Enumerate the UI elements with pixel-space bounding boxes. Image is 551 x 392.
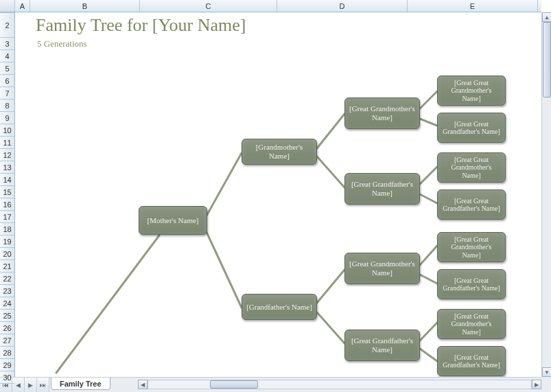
column-header-E[interactable]: E bbox=[408, 0, 538, 12]
node-label: [Great Great Grandmother's Name] bbox=[442, 235, 501, 260]
scroll-left-button[interactable]: ◀ bbox=[138, 380, 148, 389]
node-label: [Mother's Name] bbox=[148, 216, 199, 225]
row-header-27[interactable]: 27 bbox=[0, 334, 14, 347]
row-header-6[interactable]: 6 bbox=[0, 75, 14, 87]
scroll-up-button[interactable]: ▲ bbox=[542, 12, 551, 22]
horizontal-scroll-thumb[interactable] bbox=[210, 380, 258, 389]
node-label: [Great Great Grandfather's Name] bbox=[442, 277, 501, 292]
row-header-30[interactable]: 30 bbox=[0, 371, 14, 384]
node-gg-grandfather-3[interactable]: [Great Great Grandfather's Name] bbox=[437, 269, 506, 299]
column-header-A[interactable]: A bbox=[15, 0, 30, 12]
row-header-23[interactable]: 23 bbox=[0, 285, 14, 297]
sheet-footer: ⏮ ◀ ▶ ⏭ Family Tree ◀ ▶ bbox=[0, 377, 551, 392]
node-label: [Great Great Grandfather's Name] bbox=[442, 197, 501, 213]
tab-nav-next[interactable]: ▶ bbox=[25, 378, 37, 392]
scroll-down-button[interactable]: ▼ bbox=[542, 367, 551, 377]
row-header-3[interactable]: 3 bbox=[0, 38, 14, 50]
row-header-14[interactable]: 14 bbox=[0, 174, 14, 186]
row-header-13[interactable]: 13 bbox=[0, 161, 14, 174]
sheet-tab-label: Family Tree bbox=[60, 380, 102, 388]
node-mother[interactable]: [Mother's Name] bbox=[139, 206, 207, 235]
node-grandmother[interactable]: [Grandmother's Name] bbox=[242, 139, 317, 165]
row-header-25[interactable]: 25 bbox=[0, 310, 14, 322]
node-great-grandmother-2[interactable]: [Great Grandmother's Name] bbox=[344, 253, 420, 284]
row-header-26[interactable]: 26 bbox=[0, 322, 14, 334]
column-header-C[interactable]: C bbox=[140, 0, 277, 12]
node-label: [Great Grandmother's Name] bbox=[349, 260, 415, 277]
scroll-right-button[interactable]: ▶ bbox=[532, 380, 541, 389]
row-header-19[interactable]: 19 bbox=[0, 235, 14, 248]
node-label: [Grandfather's Name] bbox=[246, 303, 312, 312]
column-header-D[interactable]: D bbox=[277, 0, 408, 12]
node-label: [Great Great Grandmother's Name] bbox=[442, 312, 501, 336]
node-label: [Great Great Grandfather's Name] bbox=[442, 120, 501, 136]
row-header-29[interactable]: 29 bbox=[0, 359, 14, 371]
node-gg-grandmother-4[interactable]: [Great Great Grandmother's Name] bbox=[437, 309, 506, 339]
row-header-20[interactable]: 20 bbox=[0, 248, 14, 260]
node-great-grandfather-2[interactable]: [Great Grandfather's Name] bbox=[344, 330, 420, 361]
node-gg-grandfather-4[interactable]: [Great Great Grandfather's Name] bbox=[437, 346, 506, 376]
row-header-4[interactable]: 4 bbox=[0, 50, 14, 62]
row-header-7[interactable]: 7 bbox=[0, 87, 14, 100]
row-header-9[interactable]: 9 bbox=[0, 112, 14, 124]
row-header-10[interactable]: 10 bbox=[0, 124, 14, 137]
horizontal-scrollbar[interactable]: ◀ ▶ bbox=[138, 378, 551, 392]
node-gg-grandfather-1[interactable]: [Great Great Grandfather's Name] bbox=[437, 113, 506, 143]
node-label: [Great Great Grandmother's Name] bbox=[442, 79, 501, 103]
select-all-corner[interactable] bbox=[0, 0, 15, 12]
row-header-24[interactable]: 24 bbox=[0, 297, 14, 310]
node-gg-grandfather-2[interactable]: [Great Great Grandfather's Name] bbox=[437, 189, 506, 220]
page-title: Family Tree for [Your Name] bbox=[36, 15, 246, 36]
row-header-18[interactable]: 18 bbox=[0, 223, 14, 235]
node-label: [Great Great Grandmother's Name] bbox=[442, 156, 501, 180]
node-label: [Great Grandfather's Name] bbox=[349, 336, 415, 354]
vertical-scroll-thumb[interactable] bbox=[543, 22, 551, 97]
row-headers: 2345678910111213141516171819202122232425… bbox=[0, 12, 15, 377]
node-label: [Great Grandmother's Name] bbox=[349, 104, 415, 122]
node-label: [Great Grandfather's Name] bbox=[349, 180, 415, 197]
row-header-28[interactable]: 28 bbox=[0, 347, 14, 359]
worksheet-canvas[interactable]: Family Tree for [Your Name] 5 Generation… bbox=[15, 12, 541, 377]
vertical-scrollbar[interactable]: ▲ ▼ bbox=[541, 12, 551, 377]
row-header-8[interactable]: 8 bbox=[0, 100, 14, 112]
resize-grip[interactable] bbox=[541, 377, 551, 392]
node-label: [Great Great Grandfather's Name] bbox=[442, 354, 501, 369]
node-gg-grandmother-1[interactable]: [Great Great Grandmother's Name] bbox=[437, 76, 506, 106]
row-header-17[interactable]: 17 bbox=[0, 211, 14, 223]
row-header-16[interactable]: 16 bbox=[0, 198, 14, 211]
node-great-grandfather-1[interactable]: [Great Grandfather's Name] bbox=[344, 173, 420, 205]
row-header-12[interactable]: 12 bbox=[0, 149, 14, 161]
row-header-5[interactable]: 5 bbox=[0, 62, 14, 75]
node-label: [Grandmother's Name] bbox=[246, 143, 312, 160]
page-subtitle: 5 Generations bbox=[37, 38, 87, 49]
column-header-B[interactable]: B bbox=[30, 0, 140, 12]
node-great-grandmother-1[interactable]: [Great Grandmother's Name] bbox=[344, 97, 420, 129]
sheet-tab-active[interactable]: Family Tree bbox=[51, 378, 110, 390]
row-header-22[interactable]: 22 bbox=[0, 273, 14, 285]
column-headers: ABCDE bbox=[0, 0, 541, 12]
tab-nav-last[interactable]: ⏭ bbox=[37, 378, 49, 392]
node-gg-grandmother-2[interactable]: [Great Great Grandmother's Name] bbox=[437, 152, 506, 183]
row-header-21[interactable]: 21 bbox=[0, 260, 14, 273]
node-grandfather[interactable]: [Grandfather's Name] bbox=[242, 294, 317, 320]
row-header-11[interactable]: 11 bbox=[0, 137, 14, 149]
row-header-15[interactable]: 15 bbox=[0, 186, 14, 198]
row-header-2[interactable]: 2 bbox=[0, 13, 14, 38]
horizontal-scroll-track[interactable] bbox=[148, 380, 532, 389]
node-gg-grandmother-3[interactable]: [Great Great Grandmother's Name] bbox=[437, 232, 506, 262]
